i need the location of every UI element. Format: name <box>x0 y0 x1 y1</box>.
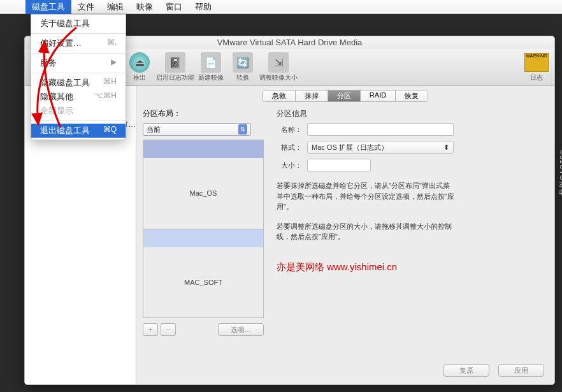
add-partition-button[interactable]: + <box>143 323 158 336</box>
convert-icon: 🔄 <box>233 52 253 73</box>
menu-window[interactable]: 窗口 <box>159 0 189 14</box>
chevron-updown-icon: ⬍ <box>443 143 449 152</box>
journal-icon: 📓 <box>165 52 185 73</box>
tab-erase[interactable]: 抹掉 <box>296 91 328 101</box>
size-input[interactable] <box>307 159 371 171</box>
toolbar-new-image[interactable]: 📄新建映像 <box>196 52 226 82</box>
toolbar-journal[interactable]: 📓启用日志功能 <box>156 52 194 82</box>
toolbar-eject[interactable]: ⏏推出 <box>124 52 155 82</box>
help-text: 若要调整所选磁盘分区的大小，请拖移其调整大小的控制线，然后点按"应用"。 <box>277 221 455 242</box>
menu-edit[interactable]: 编辑 <box>101 0 130 14</box>
main-panel: 急救 抹掉 分区 RAID 恢复 分区布局： 当前⇅ Mac_OS MAC_SO… <box>136 86 554 384</box>
menu-file[interactable]: 文件 <box>71 0 101 14</box>
name-input[interactable] <box>307 123 454 136</box>
remove-partition-button[interactable]: – <box>161 323 176 336</box>
tab-firstaid[interactable]: 急救 <box>263 91 296 101</box>
resize-icon: ⇲ <box>268 52 289 73</box>
tab-raid[interactable]: RAID <box>361 91 396 101</box>
layout-selector[interactable]: 当前⇅ <box>143 123 251 136</box>
size-label: 大小： <box>277 161 302 170</box>
name-label: 名称： <box>277 125 302 134</box>
annotation-arrow <box>0 25 83 140</box>
layout-title: 分区布局： <box>143 108 264 119</box>
info-title: 分区信息 <box>277 108 548 119</box>
help-text: 若要抹掉所选磁盘并给它分区，请从"分区布局"弹出式菜单中选取一种布局，并给每个分… <box>277 180 455 212</box>
partition-block[interactable]: Mac_OS <box>143 140 263 229</box>
apply-button[interactable]: 应用 <box>498 364 544 377</box>
format-select[interactable]: Mac OS 扩展（日志式）⬍ <box>307 141 454 154</box>
menu-help[interactable]: 帮助 <box>189 0 218 14</box>
eject-icon: ⏏ <box>129 52 150 73</box>
format-label: 格式： <box>277 143 302 152</box>
toolbar-resize[interactable]: ⇲调整映像大小 <box>259 52 298 82</box>
toolbar-convert[interactable]: 🔄转换 <box>227 52 258 82</box>
page-watermark: ©51CTO博客 <box>558 149 562 196</box>
revert-button[interactable]: 复原 <box>443 364 489 377</box>
menubar: 磁盘工具 文件 编辑 映像 窗口 帮助 <box>0 0 562 14</box>
partition-block[interactable]: MAC_SOFT <box>143 229 263 318</box>
tab-partition[interactable]: 分区 <box>328 91 361 101</box>
options-button[interactable]: 选项… <box>218 323 264 336</box>
tab-bar: 急救 抹掉 分区 RAID 恢复 <box>143 90 548 102</box>
toolbar-log[interactable]: WARNING日志 <box>522 53 551 82</box>
tab-restore[interactable]: 恢复 <box>396 91 428 101</box>
menu-image[interactable]: 映像 <box>130 0 159 14</box>
new-image-icon: 📄 <box>201 52 221 73</box>
watermark: 亦是美网络 www.yishimei.cn <box>277 261 548 273</box>
menu-disk-utility[interactable]: 磁盘工具 <box>25 0 71 14</box>
partition-layout: Mac_OS MAC_SOFT <box>143 140 264 318</box>
warning-badge: WARNING <box>524 53 549 72</box>
chevron-updown-icon: ⇅ <box>238 124 247 134</box>
